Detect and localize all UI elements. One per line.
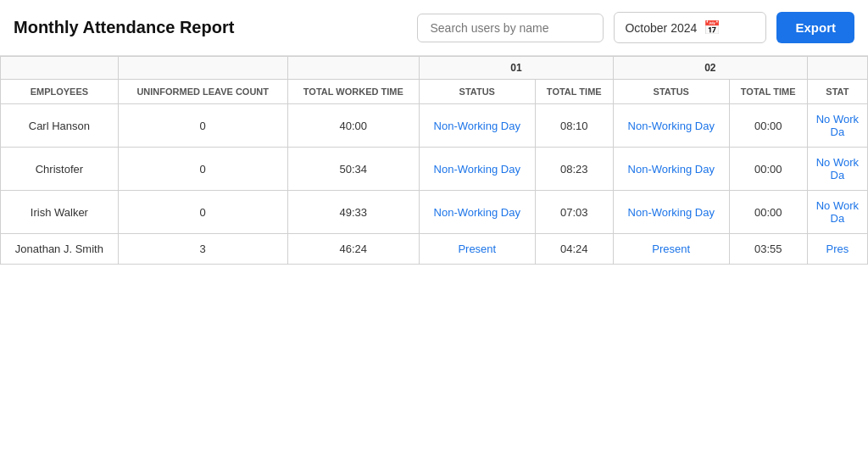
day01-total-time: 08:10 [535, 104, 613, 148]
day02-status: Present [613, 234, 729, 265]
day01-status: Present [419, 234, 535, 265]
day02-status: Non-Working Day [613, 191, 729, 234]
col-header-day01-status: STATUS [419, 80, 535, 104]
date-value: October 2024 [625, 21, 697, 35]
day02-total-time: 00:00 [729, 104, 807, 148]
col-header-day02-status: STATUS [613, 80, 729, 104]
table-row: Jonathan J. Smith346:24Present04:24Prese… [1, 234, 868, 265]
employee-name: Christofer [1, 148, 119, 191]
group-empty-3 [287, 57, 419, 80]
calendar-icon[interactable]: 📅 [704, 20, 721, 36]
uninformed-leave-count: 0 [118, 148, 287, 191]
day01-total-time: 07:03 [535, 191, 613, 234]
total-worked-time: 46:24 [287, 234, 419, 265]
table-row: Christofer050:34Non-Working Day08:23Non-… [1, 148, 868, 191]
search-input[interactable] [417, 14, 604, 42]
group-day-02: 02 [613, 57, 807, 80]
col-header-employees: EMPLOYEES [1, 80, 119, 104]
day03-status: No Work Da [807, 104, 867, 148]
col-header-uninformed-leave: UNINFORMED LEAVE COUNT [118, 80, 287, 104]
total-worked-time: 49:33 [287, 191, 419, 234]
table-body: Carl Hanson040:00Non-Working Day08:10Non… [1, 104, 868, 265]
day01-status: Non-Working Day [419, 191, 535, 234]
col-header-day01-total-time: TOTAL TIME [535, 80, 613, 104]
day03-status: Pres [807, 234, 867, 265]
day01-total-time: 04:24 [535, 234, 613, 265]
day02-total-time: 00:00 [729, 148, 807, 191]
group-empty-4 [807, 57, 867, 80]
day02-status: Non-Working Day [613, 148, 729, 191]
group-header-row: 01 02 [1, 57, 868, 80]
page-title: Monthly Attendance Report [14, 18, 234, 37]
col-header-day03-status: STAT [807, 80, 867, 104]
table-row: Carl Hanson040:00Non-Working Day08:10Non… [1, 104, 868, 148]
day03-status: No Work Da [807, 148, 867, 191]
col-header-total-worked: TOTAL WORKED TIME [287, 80, 419, 104]
day03-status: No Work Da [807, 191, 867, 234]
uninformed-leave-count: 0 [118, 191, 287, 234]
day02-total-time: 00:00 [729, 191, 807, 234]
date-picker[interactable]: October 2024 📅 [614, 12, 766, 43]
total-worked-time: 50:34 [287, 148, 419, 191]
table-row: Irish Walker049:33Non-Working Day07:03No… [1, 191, 868, 234]
day01-total-time: 08:23 [535, 148, 613, 191]
employee-name: Jonathan J. Smith [1, 234, 119, 265]
group-empty-1 [1, 57, 119, 80]
day02-status: Non-Working Day [613, 104, 729, 148]
day02-total-time: 03:55 [729, 234, 807, 265]
group-day-01: 01 [419, 57, 613, 80]
employee-name: Carl Hanson [1, 104, 119, 148]
attendance-table: 01 02 EMPLOYEES UNINFORMED LEAVE COUNT T… [0, 56, 868, 265]
col-header-day02-total-time: TOTAL TIME [729, 80, 807, 104]
employee-name: Irish Walker [1, 191, 119, 234]
day01-status: Non-Working Day [419, 104, 535, 148]
table-container: 01 02 EMPLOYEES UNINFORMED LEAVE COUNT T… [0, 56, 868, 265]
total-worked-time: 40:00 [287, 104, 419, 148]
export-button[interactable]: Export [776, 12, 854, 43]
uninformed-leave-count: 3 [118, 234, 287, 265]
page-header: Monthly Attendance Report October 2024 📅… [0, 0, 868, 56]
column-header-row: EMPLOYEES UNINFORMED LEAVE COUNT TOTAL W… [1, 80, 868, 104]
group-empty-2 [118, 57, 287, 80]
uninformed-leave-count: 0 [118, 104, 287, 148]
day01-status: Non-Working Day [419, 148, 535, 191]
